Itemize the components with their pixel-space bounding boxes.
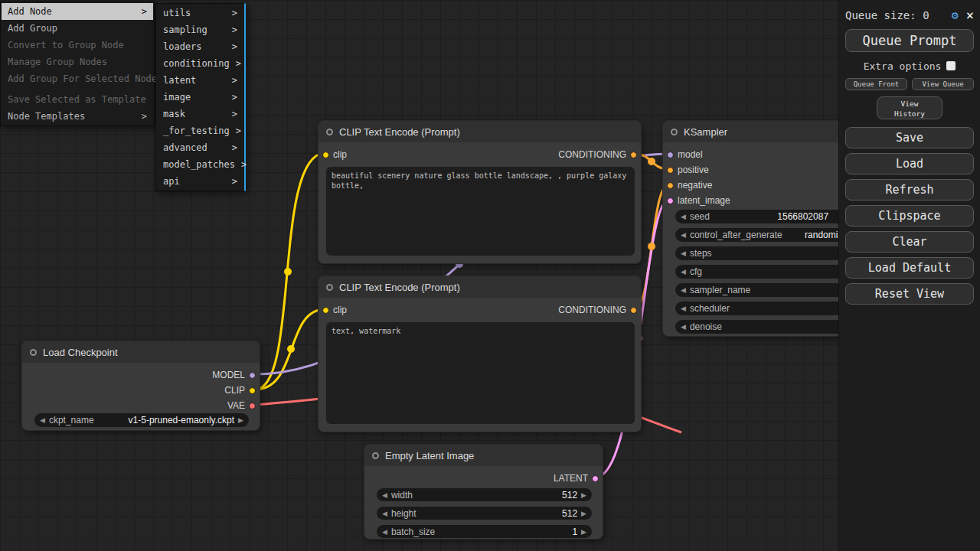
conditioning-slot-dot[interactable] — [667, 182, 674, 189]
decrement-arrow-icon[interactable]: ◀ — [382, 507, 387, 520]
conditioning-slot-dot[interactable] — [630, 307, 637, 314]
submenu-item-image[interactable]: image > — [157, 89, 243, 106]
input-slot-clip[interactable]: clip — [322, 148, 347, 161]
submenu-item-utils[interactable]: utils > — [157, 5, 243, 21]
clipspace-button[interactable]: Clipspace — [845, 205, 974, 227]
menu-item-node-templates[interactable]: Node Templates > — [2, 108, 153, 125]
submenu-item-model-patches[interactable]: model_patches > — [157, 156, 243, 173]
widget-value[interactable]: 512 — [562, 508, 577, 519]
input-slot-negative[interactable]: negative — [667, 179, 712, 191]
output-slot-latent[interactable]: LATENT — [554, 472, 599, 484]
output-slot-model[interactable]: MODEL — [212, 369, 256, 381]
widget-value[interactable]: v1-5-pruned-emaonly.ckpt — [129, 415, 235, 425]
widget-cfg[interactable]: ◀ cfg ▶ — [675, 265, 862, 279]
increment-arrow-icon[interactable]: ▶ — [581, 525, 586, 539]
decrement-arrow-icon[interactable]: ◀ — [40, 413, 45, 427]
submenu-item-for-testing[interactable]: _for_testing > — [157, 122, 243, 139]
input-slot-positive[interactable]: positive — [667, 164, 709, 176]
decrement-arrow-icon[interactable]: ◀ — [681, 265, 686, 279]
input-slot-model[interactable]: model — [667, 148, 703, 161]
output-slot-vae[interactable]: VAE — [227, 399, 256, 412]
decrement-arrow-icon[interactable]: ◀ — [681, 283, 686, 297]
extra-options-checkbox[interactable] — [946, 61, 956, 70]
load-default-button[interactable]: Load Default — [845, 257, 974, 279]
input-slot-latent-image[interactable]: latent_image — [667, 194, 730, 207]
widget-batch-size[interactable]: ◀ batch_size 1 ▶ — [377, 525, 592, 538]
settings-gear-icon[interactable]: ⚙ — [952, 8, 959, 22]
widget-seed[interactable]: ◀ seed 1566802087 ▶ — [675, 210, 862, 223]
widget-steps[interactable]: ◀ steps ▶ — [675, 246, 862, 260]
widget-control-after-generate[interactable]: ◀ control_after_generate randomize ▶ — [675, 228, 862, 242]
graph-canvas[interactable]: CLIP Text Encode (Prompt) clip CONDITION… — [0, 0, 980, 551]
increment-arrow-icon[interactable]: ▶ — [581, 507, 586, 520]
widget-scheduler[interactable]: ◀ scheduler ▶ — [675, 302, 862, 315]
menu-item-add-node[interactable]: Add Node > — [2, 3, 153, 20]
reset-view-button[interactable]: Reset View — [845, 283, 974, 305]
refresh-button[interactable]: Refresh — [845, 179, 974, 201]
collapse-dot-icon[interactable] — [671, 129, 678, 135]
decrement-arrow-icon[interactable]: ◀ — [681, 246, 686, 260]
collapse-dot-icon[interactable] — [372, 452, 379, 459]
collapse-dot-icon[interactable] — [326, 284, 333, 291]
clip-slot-dot[interactable] — [249, 387, 256, 394]
node-title-bar[interactable]: KSampler — [663, 121, 868, 142]
queue-front-button[interactable]: Queue Front — [845, 78, 907, 90]
submenu-item-advanced[interactable]: advanced > — [157, 139, 243, 156]
decrement-arrow-icon[interactable]: ◀ — [382, 488, 387, 502]
output-slot-conditioning[interactable]: CONDITIONING — [558, 304, 637, 316]
decrement-arrow-icon[interactable]: ◀ — [681, 302, 686, 315]
submenu-item-loaders[interactable]: loaders > — [157, 38, 243, 55]
conditioning-slot-dot[interactable] — [667, 167, 674, 174]
widget-value[interactable]: 1566802087 — [777, 211, 828, 222]
latent-slot-dot[interactable] — [667, 197, 674, 204]
menu-item-add-group[interactable]: Add Group — [2, 20, 153, 37]
close-icon[interactable]: × — [966, 9, 974, 22]
widget-sampler-name[interactable]: ◀ sampler_name ▶ — [675, 283, 862, 297]
submenu-item-mask[interactable]: mask > — [157, 106, 243, 122]
save-button[interactable]: Save — [845, 127, 974, 148]
widget-height[interactable]: ◀ height 512 ▶ — [377, 507, 592, 520]
latent-slot-dot[interactable] — [592, 475, 599, 482]
node-empty-latent-image[interactable]: Empty Latent Image LATENT ◀ width 512 ▶ … — [364, 444, 603, 540]
node-title-bar[interactable]: CLIP Text Encode (Prompt) — [318, 276, 641, 298]
clip-slot-dot[interactable] — [322, 307, 329, 314]
input-slot-clip[interactable]: clip — [322, 304, 347, 316]
node-clip-text-encode-2[interactable]: CLIP Text Encode (Prompt) clip CONDITION… — [318, 276, 642, 432]
increment-arrow-icon[interactable]: ▶ — [581, 488, 586, 502]
decrement-arrow-icon[interactable]: ◀ — [681, 320, 686, 334]
decrement-arrow-icon[interactable]: ◀ — [681, 228, 686, 242]
conditioning-slot-dot[interactable] — [630, 152, 637, 158]
prompt-textarea[interactable]: beautiful scenery nature glass bottle la… — [326, 167, 635, 256]
queue-prompt-button[interactable]: Queue Prompt — [845, 29, 974, 52]
submenu-item-api[interactable]: api > — [157, 173, 243, 190]
node-title-bar[interactable]: Load Checkpoint — [22, 341, 260, 363]
increment-arrow-icon[interactable]: ▶ — [238, 413, 243, 427]
submenu-item-conditioning[interactable]: conditioning > — [157, 55, 243, 72]
output-slot-conditioning[interactable]: CONDITIONING — [558, 148, 637, 161]
submenu-item-sampling[interactable]: sampling > — [157, 21, 243, 38]
submenu-item-latent[interactable]: latent > — [157, 72, 243, 89]
model-slot-dot[interactable] — [667, 152, 674, 158]
clear-button[interactable]: Clear — [845, 231, 974, 253]
node-clip-text-encode-1[interactable]: CLIP Text Encode (Prompt) clip CONDITION… — [318, 120, 642, 264]
decrement-arrow-icon[interactable]: ◀ — [681, 210, 686, 223]
prompt-textarea[interactable]: text, watermark — [326, 322, 635, 424]
node-title-bar[interactable]: Empty Latent Image — [364, 445, 603, 466]
clip-slot-dot[interactable] — [322, 152, 329, 158]
widget-value[interactable]: 512 — [562, 490, 577, 500]
widget-value[interactable]: 1 — [572, 527, 577, 537]
view-history-button[interactable]: ViewHistory — [877, 96, 942, 119]
collapse-dot-icon[interactable] — [30, 349, 37, 356]
widget-ckpt-name[interactable]: ◀ ckpt_name v1-5-pruned-emaonly.ckpt ▶ — [34, 413, 249, 427]
widget-denoise[interactable]: ◀ denoise ▶ — [675, 320, 862, 334]
output-slot-clip[interactable]: CLIP — [224, 384, 256, 396]
collapse-dot-icon[interactable] — [326, 129, 333, 135]
widget-width[interactable]: ◀ width 512 ▶ — [377, 488, 592, 501]
view-queue-button[interactable]: View Queue — [912, 78, 974, 90]
node-title-bar[interactable]: CLIP Text Encode (Prompt) — [318, 121, 641, 142]
model-slot-dot[interactable] — [249, 372, 256, 379]
vae-slot-dot[interactable] — [249, 403, 256, 409]
load-button[interactable]: Load — [845, 153, 974, 174]
decrement-arrow-icon[interactable]: ◀ — [382, 525, 387, 539]
node-load-checkpoint[interactable]: Load Checkpoint MODEL CLIP VAE ◀ ckpt_na… — [21, 341, 260, 431]
